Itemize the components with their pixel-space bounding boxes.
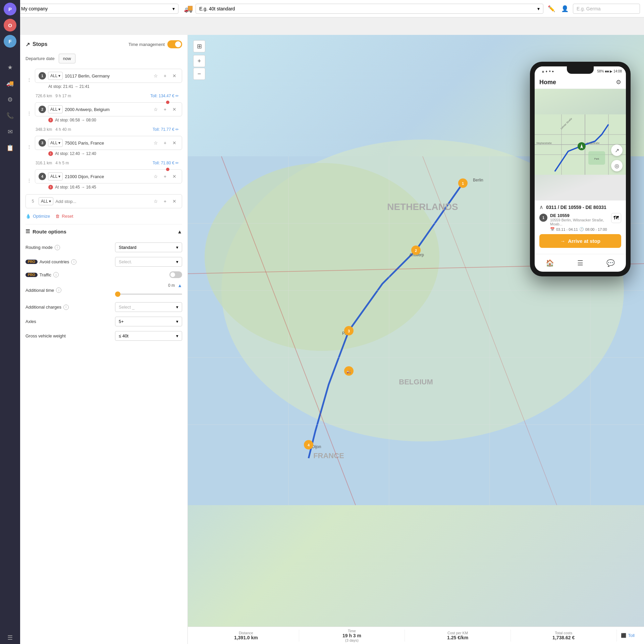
additional-charges-label-area: Additional charges i	[25, 305, 69, 310]
stops-title-area: ↗ Stops	[25, 41, 47, 48]
zoom-out-button[interactable]: −	[193, 68, 205, 80]
map-area[interactable]: NETHERLANDS BELGIUM FRANCE Berlin Antwer…	[188, 35, 644, 627]
additional-time-info-icon[interactable]: i	[56, 287, 61, 293]
time-error-icon-2: !	[48, 118, 53, 122]
phone-home-nav-icon[interactable]: 🏠	[544, 257, 556, 269]
departure-label: Departure date	[25, 56, 55, 61]
stop-drag-handle-2[interactable]: ⋮	[25, 110, 33, 117]
traffic-toggle[interactable]	[169, 271, 182, 278]
reset-button[interactable]: 🗑 Reset	[55, 214, 73, 219]
star-icon-2[interactable]: ☆	[152, 105, 160, 113]
avoid-countries-label: Avoid countries	[40, 259, 69, 264]
add-stop-icon-5[interactable]: +	[161, 197, 169, 205]
gross-vehicle-weight-select[interactable]: ≤ 40t ▾	[115, 331, 182, 341]
region-input[interactable]: E.g. Germa	[573, 4, 640, 14]
company-selector-area: 🏢 My company ▾	[4, 3, 178, 14]
remove-stop-icon-1[interactable]: ✕	[170, 72, 178, 80]
remove-stop-icon-3[interactable]: ✕	[170, 139, 178, 147]
add-stop-icon-2[interactable]: +	[161, 105, 169, 113]
optimize-icon: 💧	[25, 214, 31, 219]
stop-drag-handle-1[interactable]: ⋮	[25, 76, 33, 84]
phone-settings-icon[interactable]: ⚙	[616, 78, 621, 86]
additional-charges-info-icon[interactable]: i	[63, 305, 69, 310]
avoid-countries-info-icon[interactable]: i	[71, 259, 76, 265]
gross-vehicle-weight-label-area: Gross vehicle weight	[25, 333, 66, 338]
toll-button[interactable]: ⬛ Toll	[617, 630, 639, 641]
arrive-at-stop-button[interactable]: → Arrive at stop	[539, 234, 621, 248]
routing-mode-info-icon[interactable]: i	[55, 245, 60, 250]
remove-stop-icon-4[interactable]: ✕	[170, 172, 178, 180]
stop-type-select-5[interactable]: ALL ▾	[39, 197, 53, 205]
stop-location-input-2[interactable]	[65, 107, 150, 112]
add-stop-icon-1[interactable]: +	[161, 72, 169, 80]
company-select[interactable]: My company ▾	[17, 4, 178, 14]
slider-up-arrow[interactable]: ▲	[177, 283, 182, 288]
toll-icon: ⬛	[621, 633, 626, 638]
add-stop-icon-3[interactable]: +	[161, 139, 169, 147]
avoid-countries-placeholder: Select.	[119, 259, 132, 264]
star-icon-5[interactable]: ☆	[152, 197, 160, 205]
additional-charges-select[interactable]: Select _ ▾	[115, 302, 182, 312]
stop-group-3: ⋮ 3 ALL ▾ ☆ + ✕ ! At stop: 12	[25, 136, 182, 167]
phone-bottom-nav: 🏠 ☰ 💬	[535, 254, 626, 272]
pro-badge-traffic: PRO	[25, 273, 38, 277]
stop-type-select-1[interactable]: ALL ▾	[48, 72, 63, 80]
slider-thumb[interactable]	[115, 291, 120, 297]
star-icon[interactable]: ★	[4, 61, 16, 74]
reset-label: Reset	[62, 214, 73, 219]
layers-icon[interactable]: ⊞	[193, 40, 205, 52]
remove-stop-icon-5[interactable]: ✕	[170, 197, 178, 205]
time-slider[interactable]	[115, 291, 182, 298]
stop-location-input-4[interactable]	[65, 174, 150, 179]
phone-icon[interactable]: 📞	[4, 109, 16, 122]
routing-mode-select[interactable]: Standard ▾	[115, 243, 182, 252]
user-icon[interactable]: 👤	[559, 3, 570, 14]
stop-type-select-2[interactable]: ALL ▾	[48, 105, 63, 113]
stop-location-input-3[interactable]	[65, 141, 150, 146]
map-background: NETHERLANDS BELGIUM FRANCE Berlin Antwer…	[188, 35, 644, 627]
stop-drag-handle-4[interactable]: ⋮	[25, 177, 33, 184]
route-options-header[interactable]: ☰ Route options ▲	[25, 224, 182, 238]
avoid-countries-select[interactable]: Select. ▾	[115, 257, 182, 267]
add-stop-input[interactable]	[55, 199, 150, 204]
vehicle-select[interactable]: E.g. 40t standard ▾	[196, 4, 543, 14]
cost-per-km-value: 1.25 €/km	[447, 635, 468, 640]
add-stop-icon-4[interactable]: +	[161, 172, 169, 180]
phone-share-icon[interactable]: ↗	[611, 145, 623, 156]
arrive-btn-label: Arrive at stop	[568, 238, 600, 244]
axles-value: 5+	[119, 319, 124, 324]
clipboard-icon[interactable]: 📋	[4, 142, 16, 154]
phone-list-nav-icon[interactable]: ☰	[574, 257, 586, 269]
avatar-o[interactable]: O	[4, 19, 16, 32]
star-icon-1[interactable]: ☆	[152, 72, 160, 80]
star-icon-3[interactable]: ☆	[152, 139, 160, 147]
truck-icon[interactable]: 🚚	[4, 77, 16, 90]
cost-per-km-label: Cost per KM	[447, 631, 468, 635]
zoom-in-button[interactable]: +	[193, 55, 205, 67]
cost-per-km-stat: Cost per KM 1.25 €/km	[405, 631, 511, 640]
star-icon-4[interactable]: ☆	[152, 172, 160, 180]
phone-message-nav-icon[interactable]: 💬	[605, 257, 617, 269]
edit-icon[interactable]: ✏️	[546, 3, 557, 14]
departure-value[interactable]: now	[59, 54, 75, 63]
remove-stop-icon-2[interactable]: ✕	[170, 105, 178, 113]
stop-location-input-1[interactable]	[65, 73, 150, 78]
phone-map-button[interactable]: 🗺	[611, 213, 621, 223]
stop-drag-handle-3[interactable]: ⋮	[25, 143, 33, 151]
phone-navigate-icon[interactable]: ◎	[611, 160, 623, 171]
stop-type-select-4[interactable]: ALL ▾	[48, 172, 63, 180]
time-management-toggle[interactable]	[167, 40, 182, 48]
mail-icon[interactable]: ✉	[4, 125, 16, 138]
phone-info-section: ∧ 0311 / DE 10559 - DE 80331 1 DE 10559 …	[535, 200, 626, 254]
avatar-f[interactable]: F	[4, 35, 16, 48]
avatar-p[interactable]: P	[4, 3, 16, 15]
chevron-down-icon: ▾	[176, 305, 178, 310]
axles-select[interactable]: 5+ ▾	[115, 317, 182, 326]
phone-collapse-icon[interactable]: ∧	[539, 204, 543, 210]
traffic-info-icon[interactable]: i	[53, 272, 59, 277]
stop-type-select-3[interactable]: ALL ▾	[48, 139, 63, 147]
chevron-down-icon: ▾	[537, 6, 540, 11]
gear-icon[interactable]: ⚙	[4, 93, 16, 106]
menu-icon[interactable]: ☰	[4, 631, 16, 644]
optimize-button[interactable]: 💧 Optimize	[25, 214, 50, 219]
